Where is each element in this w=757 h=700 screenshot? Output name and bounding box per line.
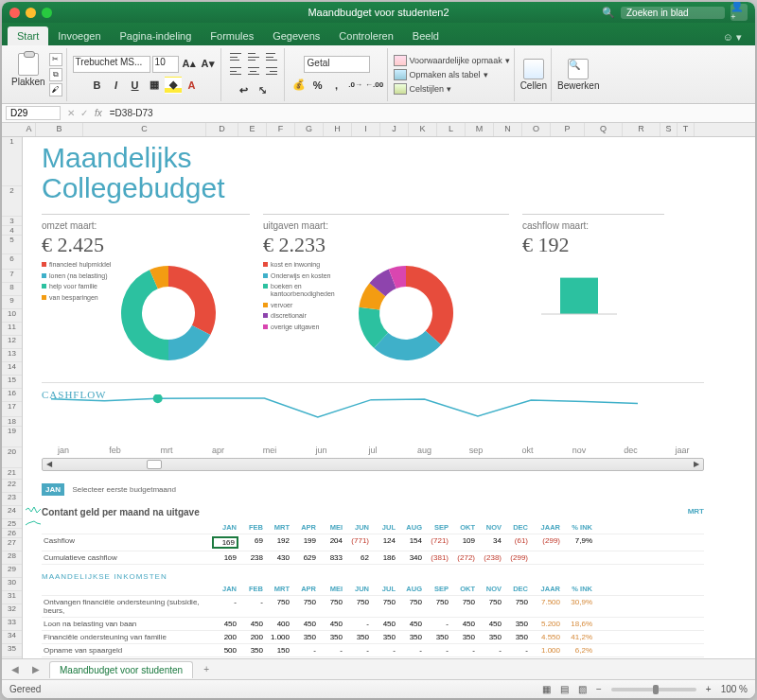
table-cell[interactable]: - [477,646,503,655]
table-cell[interactable]: 6,2% [562,646,594,655]
view-break-icon[interactable]: ▧ [578,684,587,694]
row-header[interactable]: 31 [2,591,22,604]
table-cell[interactable]: 629 [291,553,318,562]
view-layout-icon[interactable]: ▤ [560,684,569,694]
table-cell[interactable]: 41,2% [562,633,594,641]
table-cell[interactable]: 833 [318,553,344,562]
align-top-button[interactable] [227,50,244,63]
worksheet-content[interactable]: MaandelijksCollegebudget omzet maart: € … [23,137,755,658]
timeline-scrollbar[interactable]: ◀ ▶ [42,458,704,471]
row-header[interactable]: 23 [2,493,22,506]
table-cell[interactable]: 200 [238,633,265,641]
name-box[interactable]: D29 [6,106,61,120]
table-cell[interactable]: (272) [450,553,477,562]
col-header[interactable]: D [206,123,238,136]
font-size-select[interactable]: 10 [152,56,179,73]
bold-button[interactable]: B [89,77,106,94]
row-header[interactable]: 29 [2,565,22,578]
increase-decimal-button[interactable]: ←.00 [366,77,383,94]
table-cell[interactable]: 430 [265,553,291,562]
row-header[interactable]: 27 [2,538,22,551]
col-header[interactable]: I [352,123,380,136]
row-header[interactable]: 30 [2,578,22,591]
table-cell[interactable]: - [450,646,477,655]
col-header[interactable]: G [295,123,324,136]
prev-sheet-button[interactable]: ◀ [8,664,23,674]
table-cell[interactable]: 150 [265,646,291,655]
align-middle-button[interactable] [245,50,262,63]
table-cell[interactable]: - [424,620,450,628]
row-header[interactable]: 1 [2,137,22,186]
table-cell[interactable]: 400 [265,620,291,628]
row-header[interactable]: 20 [2,447,22,468]
align-left-button[interactable] [227,64,244,78]
maximize-icon[interactable] [42,8,52,18]
table-cell[interactable]: - [212,598,238,615]
table-cell[interactable]: 1.000 [530,646,562,655]
share-icon[interactable]: 👤⁺ [731,4,748,21]
feedback-icon[interactable]: ☺ ▾ [715,29,749,45]
table-cell[interactable]: 750 [265,598,291,615]
col-header[interactable]: E [238,123,267,136]
table-cell[interactable]: 199 [291,536,318,549]
row-header[interactable]: 15 [2,376,22,389]
table-cell[interactable]: 18,6% [562,620,594,628]
table-cell[interactable]: 1.000 [265,633,291,641]
table-cell[interactable]: 350 [318,633,344,641]
table-cell[interactable]: (299) [503,553,530,562]
decrease-decimal-button[interactable]: .0→ [347,77,364,94]
row-header[interactable]: 19 [2,427,22,447]
row-header[interactable]: 3 [2,217,22,226]
cells-button[interactable]: Cellen [520,59,547,91]
table-cell[interactable]: (299) [530,536,562,549]
row-header[interactable]: 9 [2,296,22,309]
table-cell[interactable]: 124 [371,536,397,549]
tab-start[interactable]: Start [8,26,48,45]
table-cell[interactable]: - [371,646,397,655]
number-format-select[interactable]: Getal [304,56,370,73]
row-header[interactable]: 2 [2,186,22,217]
col-header[interactable]: R [623,123,660,136]
table-cell[interactable]: 350 [344,633,371,641]
table-cell[interactable]: 450 [318,620,344,628]
table-cell[interactable]: 450 [291,620,318,628]
table-cell[interactable]: 450 [212,620,238,628]
zoom-out-button[interactable]: − [596,684,602,694]
table-cell[interactable]: 5.200 [530,620,562,628]
table-cell[interactable]: 450 [238,620,265,628]
font-color-button[interactable]: A [184,77,201,94]
table-cell[interactable]: 4.550 [530,633,562,641]
table-cell[interactable]: 750 [397,598,424,615]
wrap-text-button[interactable]: ↩ [236,81,253,98]
row-header[interactable]: 7 [2,270,22,283]
row-header[interactable]: 22 [2,480,22,493]
close-icon[interactable] [9,8,20,18]
accept-formula-icon[interactable]: ✓ [78,108,91,118]
row-header[interactable]: 34 [2,631,22,644]
col-header[interactable]: F [267,123,295,136]
table-cell[interactable]: (238) [477,553,503,562]
table-cell[interactable]: 350 [371,633,397,641]
table-cell[interactable]: 340 [397,553,424,562]
cell-styles-button[interactable]: Celstijlen ▾ [394,83,452,95]
format-painter-button[interactable]: 🖌 [49,83,62,96]
table-cell[interactable]: (771) [344,536,371,549]
table-cell[interactable]: 750 [477,598,503,615]
col-header[interactable]: S [660,123,678,136]
col-header[interactable]: M [466,123,494,136]
scroll-thumb[interactable] [147,460,162,469]
align-right-button[interactable] [263,64,280,78]
table-cell[interactable] [562,553,594,562]
tab-formules[interactable]: Formules [201,26,263,45]
paste-button[interactable]: Plakken [11,53,45,87]
formula-input[interactable]: =D38-D73 [106,107,755,119]
table-cell[interactable]: - [397,646,424,655]
table-cell[interactable]: 750 [344,598,371,615]
font-name-select[interactable]: Trebuchet MS... [73,56,150,73]
fx-icon[interactable]: fx [91,108,106,118]
row-header[interactable]: 14 [2,362,22,376]
row-header[interactable]: 11 [2,323,22,336]
table-cell[interactable]: 204 [318,536,344,549]
col-header[interactable]: C [83,123,206,136]
table-cell[interactable]: 450 [397,620,424,628]
